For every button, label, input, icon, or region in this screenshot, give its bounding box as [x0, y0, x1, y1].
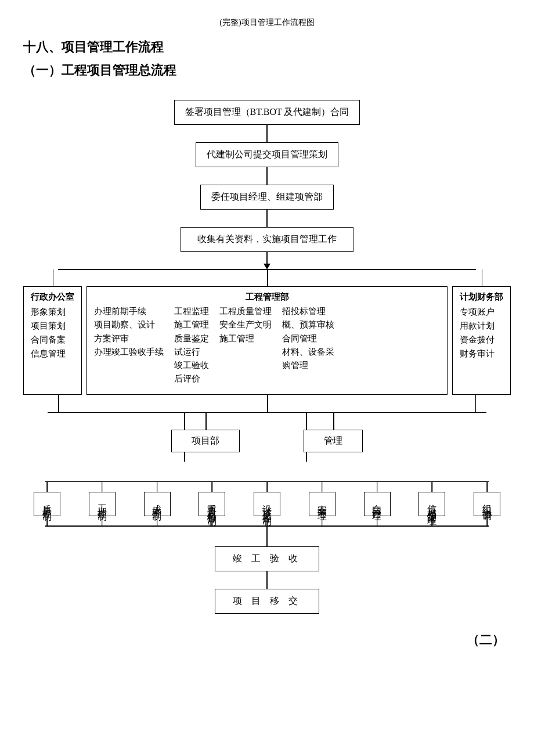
list-item: 安全生产文明: [219, 318, 272, 332]
document-header: (完整)项目管理工作流程图: [23, 17, 511, 28]
lower-join: [23, 395, 511, 430]
step-1-box: 签署项目管理（BT.BOT 及代建制）合同: [174, 100, 360, 125]
list-item: 施工管理: [174, 318, 209, 332]
list-item: 概、预算审核: [282, 318, 334, 332]
departments-row: 行政办公室 形象策划项目策划合同备案信息管理 工程管理部 办理前期手续项目勘察、…: [23, 286, 511, 395]
dept-finance-box: 计划财务部 专项账户用款计划资金拨付财务审计: [452, 286, 511, 395]
list-item: 工程质量管理: [219, 305, 272, 318]
list-item: 项目策划: [31, 319, 66, 333]
list-item: 招投标管理: [282, 305, 334, 318]
control-box: 重要材料控制: [199, 492, 225, 516]
management-box: 管理: [304, 430, 363, 452]
dept-engineering-title: 工程管理部: [94, 291, 440, 303]
list-item: 施工管理: [219, 332, 272, 345]
list-item: 办理前期手续: [94, 305, 164, 318]
list-item: 竣工验收: [174, 359, 209, 372]
dept-eng-col3: 工程质量管理安全生产文明施工管理: [219, 305, 272, 386]
list-item: 质量鉴定: [174, 332, 209, 345]
control-box: 合同管理: [364, 492, 391, 516]
control-label: 合同管理: [372, 497, 383, 511]
list-item: 方案评审: [94, 332, 164, 345]
connector: [306, 452, 307, 462]
next-section-label: （二）: [23, 631, 511, 649]
list-item: 项目勘察、设计: [94, 318, 164, 332]
connector: [475, 395, 477, 412]
connector: [266, 167, 268, 185]
control-box: 成本控制: [144, 492, 171, 516]
section-title-2: （一）工程项目管理总流程: [23, 62, 511, 79]
dept-engineering-box: 工程管理部 办理前期手续项目勘察、设计方案评审办理竣工验收手续 工程监理施工管理…: [86, 286, 448, 395]
control-box: 信息档案管理: [418, 492, 445, 516]
connector: [184, 452, 185, 462]
top-flow: 签署项目管理（BT.BOT 及代建制）合同 代建制公司提交项目管理策划 委任项目…: [23, 100, 511, 269]
dept-eng-col2: 工程监理施工管理质量鉴定试运行竣工验收后评价: [174, 305, 209, 386]
dept-eng-col4: 招投标管理概、预算审核合同管理材料、设备采购管理: [282, 305, 334, 386]
section-title-1: 十八、项目管理工作流程: [23, 38, 511, 56]
connector: [266, 252, 268, 265]
list-item: 形象策划: [31, 305, 66, 319]
control-label: 重要材料控制: [207, 497, 217, 511]
connector: [58, 395, 59, 412]
list-item: 财务审计: [460, 347, 495, 361]
final-handover-box: 项 目 移 交: [215, 589, 319, 614]
dept-finance-title: 计划财务部: [460, 291, 503, 303]
control-label: 信息档案管理: [427, 497, 437, 511]
list-item: 购管理: [282, 359, 334, 372]
connector: [267, 395, 268, 412]
list-item: 试运行: [174, 345, 209, 359]
list-item: 资金拨付: [460, 333, 495, 347]
control-box: 质量控制: [34, 492, 60, 516]
dept-finance-items: 专项账户用款计划资金拨付财务审计: [460, 305, 495, 361]
connector: [48, 412, 486, 413]
final-flow: 竣 工 验 收 项 目 移 交: [23, 527, 511, 614]
controls-row: 质量控制工期控制成本控制重要材料控制设计变更控制安全管理合同管理信息档案管理组织…: [23, 492, 511, 516]
control-label: 设计变更控制: [262, 497, 272, 511]
connector: [266, 571, 268, 589]
list-item: 合同管理: [282, 332, 334, 345]
control-label: 工期控制: [97, 497, 107, 511]
control-label: 质量控制: [42, 497, 52, 511]
control-label: 成本控制: [152, 497, 163, 511]
control-label: 安全管理: [317, 497, 327, 511]
control-label: 组织协调: [482, 497, 492, 511]
list-item: 信息管理: [31, 347, 66, 361]
connector: [266, 125, 268, 142]
step-2-box: 代建制公司提交项目管理策划: [196, 142, 338, 167]
connector: [306, 412, 307, 430]
list-item: 用款计划: [460, 319, 495, 333]
connector: [266, 210, 268, 227]
step-3-box: 委任项目经理、组建项管部: [200, 185, 334, 210]
connector: [266, 527, 268, 546]
dept-admin-title: 行政办公室: [31, 291, 74, 303]
list-item: 后评价: [174, 372, 209, 386]
step-4-box: 收集有关资料，实施项目管理工作: [181, 227, 353, 252]
dept-admin-items: 形象策划项目策划合同备案信息管理: [31, 305, 66, 361]
list-item: 工程监理: [174, 305, 209, 318]
project-dept-box: 项目部: [171, 430, 240, 452]
dept-eng-col1: 办理前期手续项目勘察、设计方案评审办理竣工验收手续: [94, 305, 164, 386]
list-item: 办理竣工验收手续: [94, 345, 164, 359]
final-accept-box: 竣 工 验 收: [215, 546, 319, 571]
connector: [184, 412, 185, 430]
control-box: 组织协调: [474, 492, 500, 516]
pm-row: 项目部 管理: [23, 430, 511, 452]
connector: [45, 525, 489, 527]
list-item: 合同备案: [31, 333, 66, 347]
control-box: 设计变更控制: [254, 492, 280, 516]
dept-admin-box: 行政办公室 形象策划项目策划合同备案信息管理: [23, 286, 82, 395]
list-item: 材料、设备采: [282, 345, 334, 359]
control-box: 工期控制: [89, 492, 116, 516]
list-item: 专项账户: [460, 305, 495, 319]
control-box: 安全管理: [309, 492, 335, 516]
pm-to-ctrl-join: [23, 452, 511, 472]
